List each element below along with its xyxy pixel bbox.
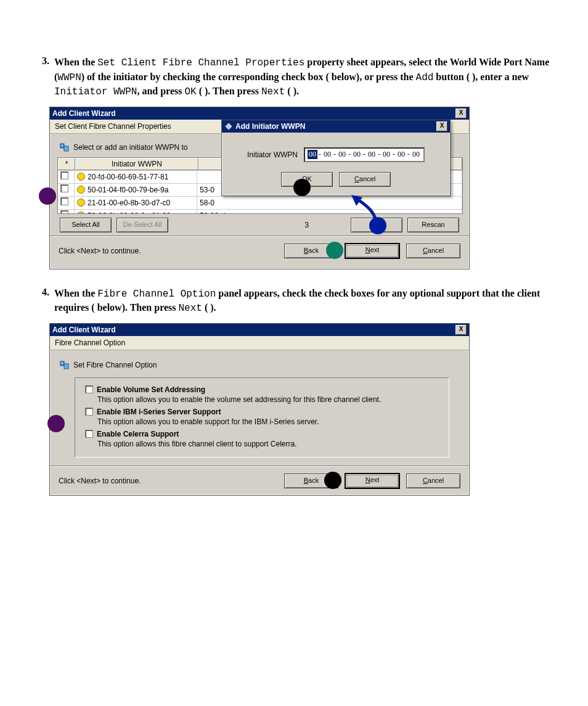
annotation-purple-1 <box>39 187 56 205</box>
status-dot-icon <box>77 186 85 194</box>
add-initiator-dialog: Add Initiator WWPN X Initiator WWPN 00- … <box>221 120 451 196</box>
annotation-purple-2 <box>47 415 65 432</box>
modal-field-label: Initiator WWPN <box>247 150 298 159</box>
annotation-black-next <box>324 472 341 489</box>
wizard-footer-1: Click <Next> to continue. Back Next Canc… <box>50 236 469 265</box>
deselect-all-button[interactable]: De-Select All <box>116 218 168 232</box>
option-checkbox[interactable] <box>85 408 93 416</box>
table-row[interactable]: 21-01-00-e0-8b-30-d7-c0 58-0 <box>58 196 462 209</box>
wizard-icon <box>60 142 70 152</box>
row-checkbox[interactable] <box>60 171 68 179</box>
titlebar-2: Add Client Wizard X <box>50 324 469 336</box>
option-label: Enable Celerra Support <box>97 430 179 438</box>
close-button-1[interactable]: X <box>455 109 467 118</box>
instruction-text-2: Set Fibre Channel Option <box>73 361 157 369</box>
wizard-window-2: Add Client Wizard X Fibre Channel Option… <box>49 323 470 496</box>
wizard-subheader-2: Fibre Channel Option <box>50 336 469 350</box>
step-3-text: 3. When the Set Client Fibre Channel Pro… <box>31 55 557 99</box>
row-checkbox[interactable] <box>60 210 68 214</box>
svg-rect-7 <box>62 363 63 364</box>
option-desc: This option allows you to enable support… <box>97 417 439 426</box>
step-4-number: 4. <box>31 287 54 316</box>
window-title-2: Add Client Wizard <box>52 324 455 336</box>
cancel-button-2[interactable]: Cancel <box>406 474 460 488</box>
step-4-text: 4. When the Fibre Channel Option panel a… <box>31 287 557 316</box>
next-button-2[interactable]: Next <box>345 473 400 489</box>
option-checkbox[interactable] <box>85 385 93 393</box>
titlebar-1: Add Client Wizard X <box>50 107 469 120</box>
wwpn-input[interactable]: 00- 00- 00- 00- 00- 00- 00- 00 <box>304 147 425 162</box>
row-checkbox[interactable] <box>60 197 68 205</box>
step-3-number: 3. <box>31 55 54 99</box>
row-checkbox[interactable] <box>60 184 68 192</box>
option-label: Enable IBM i-Series Server Support <box>97 408 221 416</box>
row-count: 3 <box>304 221 309 229</box>
window-title-1: Add Client Wizard <box>52 107 455 120</box>
option-desc: This option allows you to enable the vol… <box>97 395 439 404</box>
table-button-row: Select All De-Select All 3 Add Rescan <box>57 214 462 236</box>
status-dot-icon <box>77 199 85 207</box>
select-all-button[interactable]: Select All <box>60 218 112 232</box>
close-button-2[interactable]: X <box>455 325 467 335</box>
col-wwpn[interactable]: Initiator WWPN <box>75 158 198 170</box>
modal-titlebar: Add Initiator WWPN X <box>222 120 450 133</box>
next-button-1[interactable]: Next <box>345 243 400 259</box>
svg-rect-6 <box>64 364 68 369</box>
footer-hint-1: Click <Next> to continue. <box>59 247 278 255</box>
wizard-icon <box>60 360 70 370</box>
instruction-text-1: Select or add an initiator WWPN to <box>73 143 187 152</box>
modal-close-button[interactable]: X <box>436 121 447 131</box>
modal-title-icon <box>224 122 233 131</box>
wizard-footer-2: Click <Next> to continue. Back Next Canc… <box>50 466 469 495</box>
instruction-row-2: Set Fibre Channel Option <box>57 358 462 375</box>
annotation-black-ok <box>293 179 311 196</box>
svg-rect-1 <box>64 146 68 151</box>
modal-cancel-button[interactable]: Cancel <box>339 172 391 187</box>
options-group: Enable Volume Set Addressing This option… <box>75 377 449 458</box>
modal-title: Add Initiator WWPN <box>235 120 436 133</box>
svg-marker-4 <box>225 123 232 130</box>
status-dot-icon <box>77 211 85 214</box>
col-star[interactable]: * <box>58 158 75 170</box>
option-desc: This option allows this fibre channel cl… <box>97 440 439 448</box>
svg-rect-2 <box>62 145 63 146</box>
option-label: Enable Volume Set Addressing <box>97 385 205 394</box>
wizard-window-1: Add Client Wizard X Set Client Fibre Cha… <box>49 107 470 269</box>
step-4-body: When the Fibre Channel Option panel appe… <box>54 287 557 316</box>
option-checkbox[interactable] <box>85 430 93 438</box>
annotation-navy <box>369 217 386 234</box>
table-row[interactable]: 50-06-0b-00-00-2e-01-30 52-03-dc <box>58 209 462 214</box>
rescan-button[interactable]: Rescan <box>407 218 459 232</box>
status-dot-icon <box>77 173 85 181</box>
cancel-button-1[interactable]: Cancel <box>406 244 460 258</box>
footer-hint-2: Click <Next> to continue. <box>59 477 278 485</box>
annotation-teal <box>326 242 343 259</box>
step-3-body: When the Set Client Fibre Channel Proper… <box>54 55 557 99</box>
